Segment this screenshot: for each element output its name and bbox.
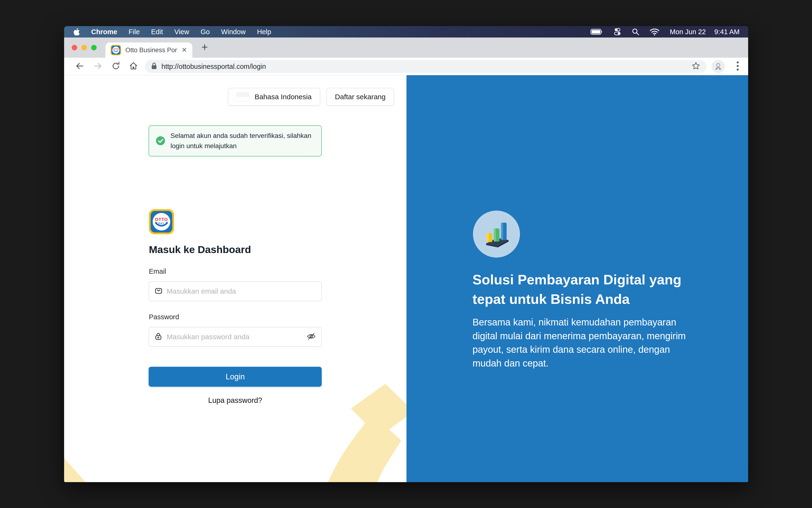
tab-strip: OTTO Otto Business Portal ✕ + <box>64 38 748 58</box>
window-controls <box>72 45 97 50</box>
login-panel: Bahasa Indonesia Daftar sekarang Selamat… <box>64 75 407 482</box>
corner-triangle-decoration <box>64 458 85 482</box>
check-circle-icon <box>156 136 165 145</box>
chart-badge <box>473 211 520 258</box>
ottopay-logo: OTTO PAY <box>149 209 174 234</box>
promo-heading: Solusi Pembayaran Digital yang tepat unt… <box>472 270 701 309</box>
menubar-item-help[interactable]: Help <box>257 28 271 36</box>
menubar-item-file[interactable]: File <box>129 28 140 36</box>
lock-icon <box>154 332 162 342</box>
tab-close-icon[interactable]: ✕ <box>182 47 187 53</box>
menubar-time[interactable]: 9:41 AM <box>715 28 739 36</box>
top-buttons-row: Bahasa Indonesia Daftar sekarang <box>228 88 394 106</box>
bar-chart-icon <box>481 219 511 249</box>
control-center-icon[interactable] <box>613 28 621 36</box>
forgot-password-link[interactable]: Lupa password? <box>148 396 322 405</box>
password-field-wrapper <box>148 327 322 347</box>
promo-body: Bersama kami, nikmati kemudahan pembayar… <box>472 315 699 370</box>
menubar-date[interactable]: Mon Jun 22 <box>670 28 706 36</box>
indonesia-flag-icon <box>237 92 249 101</box>
forward-icon[interactable] <box>93 61 102 72</box>
wifi-icon[interactable] <box>650 28 659 35</box>
search-icon[interactable] <box>632 28 639 36</box>
apple-menu-icon[interactable] <box>74 28 80 36</box>
eye-slash-icon[interactable] <box>306 332 316 341</box>
macos-menubar: Chrome File Edit View Go Window Help <box>64 26 748 38</box>
password-input[interactable] <box>148 327 322 347</box>
url-bar[interactable]: http://ottobusinessportal.com/login <box>145 60 707 73</box>
bookmark-star-icon[interactable] <box>691 61 700 72</box>
minimize-window-button[interactable] <box>81 45 87 50</box>
tab-favicon-ottopay: OTTO <box>111 45 121 55</box>
logo-text-otto: OTTO <box>155 217 168 222</box>
back-icon[interactable] <box>75 61 85 72</box>
browser-toolbar: http://ottobusinessportal.com/login <box>64 58 748 75</box>
email-label: Email <box>149 267 166 276</box>
login-button[interactable]: Login <box>148 367 322 387</box>
logo-text-pay: PAY <box>158 222 165 225</box>
svg-text:OTTO: OTTO <box>113 48 119 50</box>
url-text[interactable]: http://ottobusinessportal.com/login <box>162 63 691 71</box>
browser-profile-avatar[interactable] <box>712 60 725 73</box>
new-tab-button[interactable]: + <box>199 41 211 53</box>
page-content: Bahasa Indonesia Daftar sekarang Selamat… <box>64 75 748 482</box>
tab-title: Otto Business Portal <box>125 46 177 54</box>
close-window-button[interactable] <box>72 45 77 50</box>
success-alert-text: Selamat akun anda sudah terverifikasi, s… <box>170 131 314 151</box>
mail-icon <box>154 287 163 296</box>
register-button-label: Daftar sekarang <box>335 93 386 101</box>
language-selector-label: Bahasa Indonesia <box>255 93 311 101</box>
register-button[interactable]: Daftar sekarang <box>327 88 394 106</box>
browser-window: Chrome File Edit View Go Window Help <box>64 26 748 482</box>
browser-menu-kebab-icon[interactable] <box>736 61 739 72</box>
menubar-item-view[interactable]: View <box>174 28 189 36</box>
menubar-item-go[interactable]: Go <box>201 28 210 36</box>
home-icon[interactable] <box>129 61 138 72</box>
success-alert: Selamat akun anda sudah terverifikasi, s… <box>148 125 322 157</box>
arrow-decoration <box>325 384 407 482</box>
screen: Chrome File Edit View Go Window Help <box>0 0 812 508</box>
password-label: Password <box>149 313 179 321</box>
browser-tab[interactable]: OTTO Otto Business Portal ✕ <box>105 42 192 58</box>
reload-icon[interactable] <box>111 61 121 72</box>
language-selector-button[interactable]: Bahasa Indonesia <box>228 88 320 106</box>
zoom-window-button[interactable] <box>91 45 97 50</box>
menubar-item-edit[interactable]: Edit <box>151 28 163 36</box>
promo-panel: Solusi Pembayaran Digital yang tepat unt… <box>407 75 748 482</box>
battery-icon[interactable] <box>591 29 603 35</box>
email-field-wrapper <box>148 281 322 301</box>
menubar-item-chrome[interactable]: Chrome <box>91 28 117 36</box>
email-input[interactable] <box>148 281 322 301</box>
site-lock-icon[interactable] <box>151 62 157 71</box>
menubar-item-window[interactable]: Window <box>221 28 246 36</box>
login-heading: Masuk ke Dashboard <box>149 244 251 255</box>
